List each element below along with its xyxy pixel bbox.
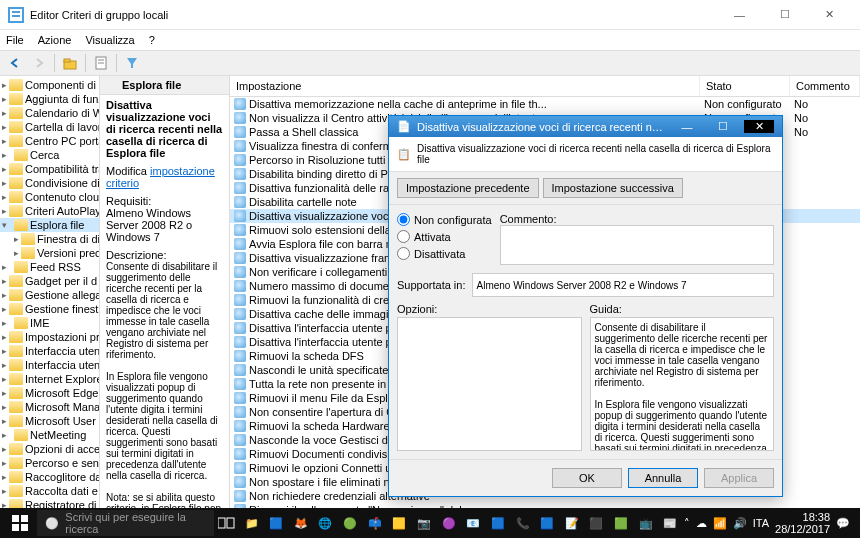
tree-item[interactable]: ▾Esplora file (0, 218, 99, 232)
tree-item[interactable]: ▸Gestione allegati (0, 288, 99, 302)
start-button[interactable] (4, 508, 35, 538)
radio-not-configured[interactable]: Non configurata (397, 213, 492, 226)
taskbar-app-2[interactable]: 🟦 (265, 508, 288, 538)
tray-lang[interactable]: ITA (753, 517, 769, 529)
tree-item[interactable]: ▸Internet Explorer (0, 372, 99, 386)
properties-button[interactable] (90, 52, 112, 74)
tree-item[interactable]: ▸Opzioni di access (0, 442, 99, 456)
tree-pane[interactable]: ▸Componenti di Winc▸Aggiunta di funz▸Cal… (0, 76, 100, 536)
taskbar-app-9[interactable]: 🟣 (437, 508, 460, 538)
tree-item[interactable]: ▸Condivisione di r (0, 176, 99, 190)
taskbar-app-16[interactable]: 🟩 (610, 508, 633, 538)
filter-button[interactable] (121, 52, 143, 74)
tree-item[interactable]: ▸Interfaccia utente (0, 358, 99, 372)
comment-textarea[interactable] (500, 225, 774, 265)
tree-item[interactable]: ▸Calendario di Win (0, 106, 99, 120)
taskbar-app-13[interactable]: 🟦 (536, 508, 559, 538)
maximize-button[interactable]: ☐ (762, 0, 807, 30)
taskbar-app-15[interactable]: ⬛ (585, 508, 608, 538)
taskbar-app-4[interactable]: 🌐 (314, 508, 337, 538)
col-comment[interactable]: Commento (790, 76, 860, 96)
prev-setting-button[interactable]: Impostazione precedente (397, 178, 539, 198)
taskbar-app-10[interactable]: 📧 (462, 508, 485, 538)
taskbar-app-8[interactable]: 📷 (413, 508, 436, 538)
tree-item[interactable]: ▸Componenti di Winc (0, 78, 99, 92)
taskbar-app-11[interactable]: 🟦 (487, 508, 510, 538)
svg-rect-12 (21, 524, 28, 531)
tree-item[interactable]: ▸Cartella di lavoro (0, 120, 99, 134)
tree-item[interactable]: ▸Impostazioni pre (0, 330, 99, 344)
tray-chevron-icon[interactable]: ˄ (684, 517, 690, 530)
ok-button[interactable]: OK (552, 468, 622, 488)
tree-item[interactable]: ▸Finestra di dia (0, 232, 99, 246)
extended-pane: Esplora file Disattiva visualizzazione v… (100, 76, 230, 536)
dialog-subtitle: Disattiva visualizzazione voci di ricerc… (417, 143, 774, 165)
tree-item[interactable]: ▸IME (0, 316, 99, 330)
tree-item[interactable]: ▸Criteri AutoPlay (0, 204, 99, 218)
menu-view[interactable]: Visualizza (85, 34, 134, 46)
tree-item[interactable]: ▸NetMeeting (0, 428, 99, 442)
radio-disabled[interactable]: Disattivata (397, 247, 492, 260)
next-setting-button[interactable]: Impostazione successiva (543, 178, 683, 198)
tray-volume-icon[interactable]: 🔊 (733, 517, 747, 530)
cancel-button[interactable]: Annulla (628, 468, 698, 488)
search-icon: ⚪ (45, 517, 59, 530)
taskbar-search[interactable]: ⚪ Scrivi qui per eseguire la ricerca (37, 510, 213, 536)
dialog-titlebar[interactable]: 📄 Disattiva visualizzazione voci di rice… (389, 116, 782, 137)
tree-item[interactable]: ▸Raccoglitore dati (0, 470, 99, 484)
tree-item[interactable]: ▸Raccolta dati e ve (0, 484, 99, 498)
col-state[interactable]: Stato (700, 76, 790, 96)
tray-notifications-icon[interactable]: 💬 (836, 517, 850, 530)
taskbar-app-6[interactable]: 📫 (363, 508, 386, 538)
tree-item[interactable]: ▸Interfaccia utente (0, 344, 99, 358)
menu-file[interactable]: File (6, 34, 24, 46)
dialog-title: Disattiva visualizzazione voci di ricerc… (417, 121, 666, 133)
tray-network-icon[interactable]: 📶 (713, 517, 727, 530)
tray-clock[interactable]: 18:38 28/12/2017 (775, 511, 830, 535)
tray-onedrive-icon[interactable]: ☁ (696, 517, 707, 530)
dialog-close[interactable]: ✕ (744, 120, 774, 133)
taskbar-app-18[interactable]: 📰 (659, 508, 682, 538)
svg-rect-14 (227, 518, 234, 528)
tree-item[interactable]: ▸Contenuto cloud (0, 190, 99, 204)
list-row[interactable]: Disattiva memorizzazione nella cache di … (230, 97, 860, 111)
taskbar-app-1[interactable]: 📁 (240, 508, 263, 538)
taskbar-app-3[interactable]: 🦊 (289, 508, 312, 538)
tree-item[interactable]: ▸Centro PC portat (0, 134, 99, 148)
tree-item[interactable]: ▸Feed RSS (0, 260, 99, 274)
taskbar-app-7[interactable]: 🟨 (388, 508, 411, 538)
tree-item[interactable]: ▸Percorso e sensor (0, 456, 99, 470)
taskbar-app-14[interactable]: 📝 (561, 508, 584, 538)
policy-description: Consente di disabilitare il suggerimento… (106, 261, 223, 536)
tree-item[interactable]: ▸Gadget per il d (0, 274, 99, 288)
tree-item[interactable]: ▸Microsoft User Ex (0, 414, 99, 428)
taskbar-app-5[interactable]: 🟢 (339, 508, 362, 538)
tree-item[interactable]: ▸Gestione finestre (0, 302, 99, 316)
tree-item[interactable]: ▸Cerca (0, 148, 99, 162)
extended-header: Esplora file (100, 76, 229, 95)
taskbar-app-12[interactable]: 📞 (511, 508, 534, 538)
menu-help[interactable]: ? (149, 34, 155, 46)
forward-button[interactable] (28, 52, 50, 74)
col-setting[interactable]: Impostazione (230, 76, 700, 96)
tree-item[interactable]: ▸Aggiunta di funz (0, 92, 99, 106)
task-view-button[interactable] (216, 508, 239, 538)
back-button[interactable] (4, 52, 26, 74)
apply-button[interactable]: Applica (704, 468, 774, 488)
toolbar (0, 50, 860, 76)
close-button[interactable]: ✕ (807, 0, 852, 30)
tree-item[interactable]: ▸Compatibilità tra (0, 162, 99, 176)
dialog-maximize[interactable]: ☐ (708, 120, 738, 133)
up-button[interactable] (59, 52, 81, 74)
svg-rect-10 (21, 515, 28, 522)
minimize-button[interactable]: — (717, 0, 762, 30)
radio-enabled[interactable]: Attivata (397, 230, 492, 243)
list-header: Impostazione Stato Commento (230, 76, 860, 97)
tree-item[interactable]: ▸Microsoft Manag (0, 400, 99, 414)
menu-action[interactable]: Azione (38, 34, 72, 46)
tree-item[interactable]: ▸Versioni prece (0, 246, 99, 260)
dialog-minimize[interactable]: — (672, 121, 702, 133)
titlebar: Editor Criteri di gruppo locali — ☐ ✕ (0, 0, 860, 30)
taskbar-app-17[interactable]: 📺 (634, 508, 657, 538)
tree-item[interactable]: ▸Microsoft Edge (0, 386, 99, 400)
